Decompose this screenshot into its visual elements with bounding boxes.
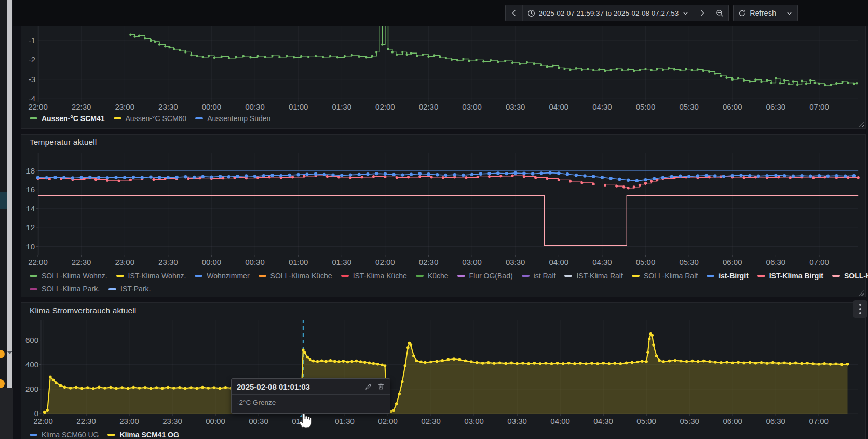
zoom-out-button[interactable]: [711, 5, 728, 21]
legend-label: ist Ralf: [534, 270, 556, 282]
time-range-back-button[interactable]: [506, 5, 523, 21]
svg-text:-2: -2: [29, 55, 35, 64]
legend-label: SOLL-Klima Birgit: [844, 270, 868, 282]
svg-text:03:00: 03:00: [462, 258, 482, 267]
svg-text:06:00: 06:00: [723, 417, 742, 425]
refresh-interval-dropdown[interactable]: [781, 5, 797, 21]
svg-text:04:30: 04:30: [592, 258, 612, 267]
panel-aussentemperatur: 22:0022:3023:0023:3000:0000:3001:0001:30…: [21, 26, 866, 129]
svg-text:400: 400: [25, 360, 38, 369]
legend-item[interactable]: IST-Klima Ralf: [564, 270, 622, 282]
legend-item[interactable]: SOLL-Klima Birgit: [832, 270, 868, 282]
svg-text:22:30: 22:30: [72, 102, 91, 111]
legend-label: IST-Klima Birgit: [769, 270, 823, 282]
legend-item[interactable]: Klima SCM41 OG: [107, 429, 179, 439]
svg-text:06:30: 06:30: [766, 102, 786, 111]
legend-panel1: Aussen-°C SCM41Aussen-°C SCM60Aussentemp…: [30, 111, 860, 125]
legend-swatch: [30, 434, 37, 436]
legend-label: Aussen-°C SCM41: [42, 113, 105, 125]
svg-text:23:30: 23:30: [162, 417, 182, 425]
legend-label: IST-Klima Wohnz.: [128, 270, 186, 282]
svg-text:01:00: 01:00: [289, 102, 308, 111]
svg-text:03:30: 03:30: [507, 417, 527, 425]
legend-swatch: [116, 275, 124, 277]
legend-label: Flur OG(Bad): [469, 270, 513, 282]
time-range-forward-button[interactable]: [694, 5, 711, 21]
legend-item[interactable]: ist-Birgit: [707, 270, 749, 282]
svg-text:05:00: 05:00: [636, 417, 656, 425]
legend-item[interactable]: IST-Park.: [108, 283, 151, 295]
panel-klima-stromverbrauch: Klima Stromverbrauch aktuell 22:0022:302…: [21, 302, 866, 439]
legend-item[interactable]: Wohnzimmer: [195, 270, 249, 282]
svg-text:02:30: 02:30: [421, 417, 441, 425]
svg-text:22:00: 22:00: [28, 102, 48, 111]
legend-swatch: [457, 275, 465, 277]
svg-text:02:30: 02:30: [419, 258, 439, 267]
legend-item[interactable]: IST-Klima Birgit: [757, 270, 823, 282]
legend-swatch: [757, 275, 765, 277]
chevron-down-icon: [786, 10, 793, 17]
legend-item[interactable]: IST-Klima Küche: [341, 270, 407, 282]
legend-swatch: [30, 288, 37, 290]
vertical-scrollbar[interactable]: [7, 0, 12, 388]
svg-text:05:30: 05:30: [680, 417, 699, 425]
svg-text:-4: -4: [29, 94, 35, 103]
legend-label: Klima SCM41 OG: [119, 429, 179, 439]
legend-item[interactable]: Aussentemp Süden: [195, 113, 270, 125]
refresh-label: Refresh: [750, 9, 776, 17]
legend-label: SOLL-Klima Ralf: [644, 270, 698, 282]
refresh-button[interactable]: Refresh: [734, 5, 781, 21]
legend-item[interactable]: Küche: [416, 270, 449, 282]
legend-item[interactable]: ist Ralf: [522, 270, 556, 282]
legend-item[interactable]: SOLL-Klima Park.: [30, 283, 100, 295]
svg-text:07:00: 07:00: [809, 417, 829, 425]
legend-swatch: [564, 275, 572, 277]
chart-klima-stromverbrauch[interactable]: 22:0022:3023:0023:3000:0000:3001:0001:30…: [21, 303, 866, 439]
time-picker-group: 2025-02-07 21:59:37 to 2025-02-08 07:27:…: [505, 5, 729, 21]
svg-text:00:30: 00:30: [245, 102, 265, 111]
time-range-label: 2025-02-07 21:59:37 to 2025-02-08 07:27:…: [539, 9, 679, 17]
svg-text:04:00: 04:00: [549, 258, 569, 267]
legend-item[interactable]: Aussen-°C SCM41: [30, 113, 105, 125]
legend-label: IST-Park.: [120, 283, 151, 295]
svg-text:18: 18: [26, 166, 35, 175]
svg-text:03:00: 03:00: [462, 102, 482, 111]
annotation-tooltip-header: 2025-02-08 01:01:03: [232, 379, 390, 395]
legend-swatch: [832, 275, 840, 277]
legend-panel2: SOLL-Klima Wohnz.IST-Klima Wohnz.Wohnzim…: [30, 269, 860, 295]
svg-text:03:30: 03:30: [506, 258, 525, 267]
svg-text:01:00: 01:00: [289, 258, 308, 267]
legend-swatch: [114, 117, 121, 119]
svg-text:06:30: 06:30: [766, 258, 786, 267]
legend-item[interactable]: SOLL-Klima Ralf: [632, 270, 698, 282]
svg-text:00:00: 00:00: [202, 102, 222, 111]
chevron-down-icon[interactable]: [7, 351, 12, 354]
legend-item[interactable]: Klima SCM60 UG: [30, 429, 99, 439]
chevron-right-icon: [699, 9, 706, 17]
svg-text:06:00: 06:00: [723, 258, 742, 267]
legend-item[interactable]: Aussen-°C SCM60: [114, 113, 187, 125]
legend-item[interactable]: SOLL-Klima Küche: [259, 270, 332, 282]
trash-icon[interactable]: [377, 383, 385, 390]
svg-text:07:00: 07:00: [809, 258, 829, 267]
pencil-icon[interactable]: [365, 383, 372, 390]
legend-label: Wohnzimmer: [207, 270, 249, 282]
svg-text:02:30: 02:30: [419, 102, 439, 111]
legend-item[interactable]: SOLL-Klima Wohnz.: [30, 270, 107, 282]
time-range-picker[interactable]: 2025-02-07 21:59:37 to 2025-02-08 07:27:…: [523, 5, 694, 21]
svg-text:01:30: 01:30: [332, 258, 351, 267]
legend-item[interactable]: IST-Klima Wohnz.: [116, 270, 186, 282]
legend-item[interactable]: Flur OG(Bad): [457, 270, 513, 282]
kebab-menu-icon[interactable]: [853, 300, 867, 318]
svg-text:07:00: 07:00: [809, 102, 829, 111]
refresh-icon: [738, 9, 746, 17]
magnifier-minus-icon: [716, 9, 724, 17]
svg-text:04:00: 04:00: [549, 102, 569, 111]
annotation-text: -2°C Grenze: [232, 395, 390, 410]
legend-label: SOLL-Klima Park.: [42, 283, 100, 295]
window-bottom-left-area: [0, 388, 13, 439]
svg-text:00:00: 00:00: [202, 258, 222, 267]
sidebar-highlight: [0, 192, 7, 209]
svg-text:04:30: 04:30: [593, 417, 613, 425]
svg-text:06:30: 06:30: [766, 417, 785, 425]
